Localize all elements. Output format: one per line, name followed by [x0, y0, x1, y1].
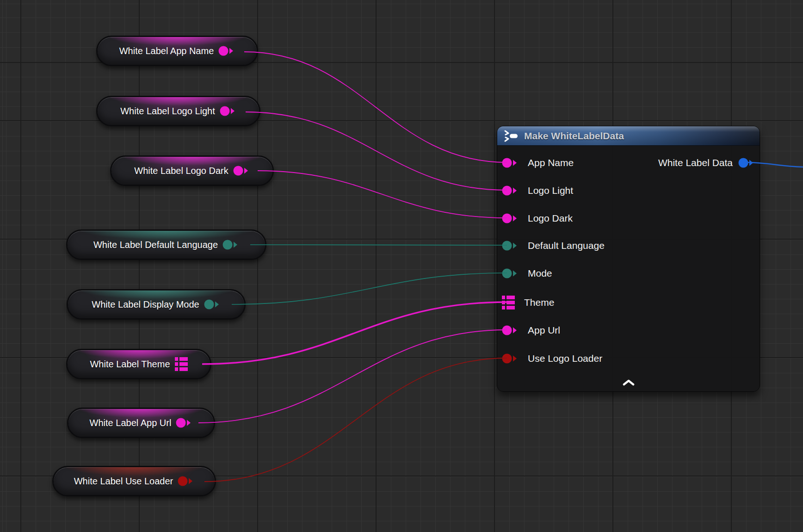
input-pin-icon[interactable] — [502, 213, 519, 224]
pin-label: App Name — [528, 157, 574, 168]
wire-app-url[interactable] — [198, 330, 507, 423]
var-node-label: White Label App Url — [90, 418, 172, 428]
var-node-white-label-logo-light[interactable]: White Label Logo Light — [96, 96, 260, 126]
output-pin-icon[interactable] — [218, 45, 235, 56]
output-pin-icon[interactable] — [233, 165, 250, 176]
input-pin-icon[interactable] — [502, 240, 519, 251]
pin-label: Logo Dark — [528, 213, 573, 224]
input-pin-icon[interactable] — [502, 268, 519, 279]
var-node-label: White Label Use Loader — [74, 476, 173, 487]
input-pin-icon[interactable] — [502, 353, 519, 364]
var-node-white-label-use-loader[interactable]: White Label Use Loader — [52, 466, 216, 496]
var-node-white-label-theme[interactable]: White Label Theme — [66, 349, 211, 379]
wire-use-loader[interactable] — [204, 358, 507, 482]
make-node-title: Make WhiteLabelData — [524, 130, 624, 142]
pin-row-theme[interactable]: Theme — [502, 296, 554, 309]
var-node-label: White Label Logo Light — [120, 106, 215, 117]
make-struct-icon — [503, 130, 519, 142]
pin-label: App Url — [528, 325, 560, 336]
pin-label: White Label Data — [658, 157, 733, 168]
output-pin-icon[interactable] — [204, 299, 221, 310]
pin-row-mode[interactable]: Mode — [502, 266, 552, 280]
make-whitelabeldata-node[interactable]: Make WhiteLabelData App Name Logo Light … — [497, 126, 760, 392]
output-pin-icon[interactable] — [220, 105, 236, 117]
make-node-header[interactable]: Make WhiteLabelData — [497, 126, 760, 146]
struct-pin-icon[interactable] — [175, 357, 188, 371]
var-node-white-label-display-mode[interactable]: White Label Display Mode — [67, 289, 246, 320]
var-node-label: White Label Default Language — [93, 240, 218, 250]
pin-label: Default Language — [528, 240, 605, 251]
pin-label: Use Logo Loader — [528, 353, 602, 364]
pin-row-app-name[interactable]: App Name — [502, 156, 574, 170]
pin-row-use-logo-loader[interactable]: Use Logo Loader — [502, 352, 602, 365]
output-pin-icon[interactable] — [178, 476, 194, 487]
chevron-up-icon — [623, 379, 635, 386]
output-pin-icon[interactable] — [222, 239, 239, 250]
var-node-white-label-default-language[interactable]: White Label Default Language — [66, 229, 266, 260]
wire-default-language[interactable] — [250, 245, 507, 245]
pin-label: Theme — [524, 297, 554, 308]
wire-theme[interactable] — [202, 302, 507, 364]
blueprint-graph-canvas[interactable]: White Label App Name White Label Logo Li… — [0, 0, 803, 532]
wire-app-name[interactable] — [244, 52, 507, 162]
var-node-label: White Label Display Mode — [92, 299, 199, 310]
pin-row-logo-dark[interactable]: Logo Dark — [502, 211, 573, 225]
output-pin-icon[interactable] — [176, 417, 192, 428]
var-node-white-label-app-name[interactable]: White Label App Name — [96, 36, 258, 66]
var-node-label: White Label Logo Dark — [134, 166, 228, 176]
pin-row-default-language[interactable]: Default Language — [502, 239, 605, 253]
input-pin-icon[interactable] — [502, 325, 519, 336]
pin-row-logo-light[interactable]: Logo Light — [502, 184, 573, 198]
wire-display-mode[interactable] — [232, 273, 507, 304]
pin-label: Mode — [528, 268, 552, 279]
var-node-label: White Label App Name — [119, 46, 214, 56]
var-node-label: White Label Theme — [90, 359, 170, 370]
var-node-white-label-app-url[interactable]: White Label App Url — [67, 408, 215, 438]
input-pin-icon[interactable] — [502, 157, 519, 168]
pin-row-white-label-data-output[interactable]: White Label Data — [658, 156, 755, 170]
pin-row-app-url[interactable]: App Url — [502, 323, 560, 337]
var-node-white-label-logo-dark[interactable]: White Label Logo Dark — [110, 155, 274, 186]
pin-label: Logo Light — [528, 185, 573, 196]
input-pin-icon[interactable] — [502, 185, 519, 196]
wire-logo-dark[interactable] — [258, 171, 507, 218]
collapse-node-button[interactable] — [619, 377, 638, 388]
wire-logo-light[interactable] — [246, 112, 507, 190]
